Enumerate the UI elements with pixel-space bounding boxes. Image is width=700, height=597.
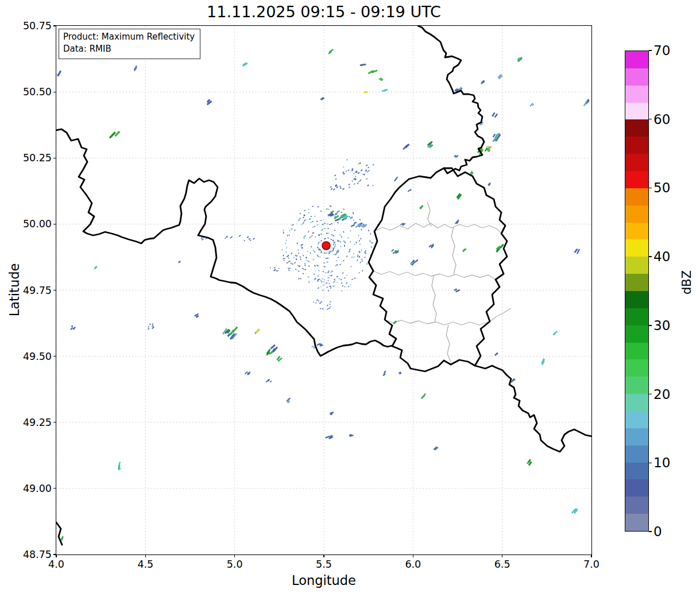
- y-tick-label: 50.25: [11, 152, 52, 164]
- x-tick-mark: [234, 555, 235, 557]
- y-tick-mark: [53, 554, 56, 555]
- colorbar-segment: [625, 308, 648, 325]
- x-axis-title: Longitude: [292, 573, 356, 588]
- colorbar-tick-mark: [649, 463, 652, 463]
- colorbar-tick-mark: [649, 256, 652, 257]
- colorbar-segment: [625, 343, 648, 360]
- colorbar-segment: [625, 325, 648, 343]
- colorbar-segment: [625, 119, 648, 137]
- colorbar-segment: [625, 377, 648, 394]
- x-tick-label: 4.5: [137, 559, 153, 570]
- colorbar-segment: [625, 51, 648, 68]
- colorbar-tick-mark: [649, 188, 652, 188]
- colorbar-segment: [625, 411, 648, 428]
- colorbar-tick-mark: [649, 394, 652, 394]
- x-tick-label: 5.5: [316, 559, 332, 570]
- colorbar-tick-label: 60: [653, 112, 670, 127]
- colorbar-tick-label: 0: [653, 524, 662, 539]
- x-tick-label: 6.5: [494, 559, 511, 570]
- radar-echoes: [56, 49, 589, 541]
- colorbar-title: dBZ: [680, 270, 694, 294]
- x-tick-label: 6.0: [405, 559, 421, 570]
- radar-map-canvas: [56, 26, 591, 555]
- colorbar-segment: [625, 68, 648, 86]
- colorbar-segment: [625, 445, 648, 463]
- colorbar-tick-mark: [649, 325, 652, 325]
- colorbar-segment: [625, 394, 648, 411]
- colorbar-segment: [625, 171, 648, 188]
- y-tick-label: 50.75: [11, 20, 52, 32]
- colorbar-segment: [625, 154, 648, 171]
- colorbar-segment: [625, 223, 648, 240]
- y-tick-mark: [53, 25, 56, 26]
- y-tick-label: 50.00: [11, 218, 52, 230]
- colorbar-tick-mark: [649, 119, 652, 119]
- colorbar-tick-label: 20: [653, 387, 670, 402]
- y-tick-mark: [53, 224, 56, 224]
- colorbar-segment: [625, 463, 648, 480]
- y-tick-label: 49.25: [11, 417, 52, 428]
- colorbar-segment: [625, 239, 648, 257]
- colorbar-tick-label: 70: [653, 43, 670, 58]
- colorbar-segment: [625, 86, 648, 103]
- colorbar-tick-label: 50: [653, 180, 670, 195]
- product-info-line1: Product: Maximum Reflectivity: [63, 31, 195, 43]
- map-plot-area: [56, 25, 592, 555]
- colorbar-tick-label: 10: [653, 455, 670, 470]
- colorbar-segment: [625, 137, 648, 154]
- colorbar-tick-label: 30: [653, 318, 670, 333]
- y-tick-mark: [53, 356, 56, 356]
- radar-figure: 11.11.2025 09:15 - 09:19 UTC Product: Ma…: [0, 0, 700, 597]
- y-tick-mark: [53, 290, 56, 290]
- colorbar-segment: [625, 257, 648, 274]
- colorbar-segment: [625, 103, 648, 120]
- product-info-box: Product: Maximum Reflectivity Data: RMIB: [59, 29, 200, 59]
- x-tick-mark: [591, 555, 591, 557]
- colorbar-segment: [625, 206, 648, 223]
- x-tick-label: 7.0: [583, 559, 600, 570]
- colorbar-segment: [625, 428, 648, 445]
- product-info-line2: Data: RMIB: [63, 43, 195, 55]
- x-tick-label: 5.0: [227, 559, 243, 570]
- colorbar-segment: [625, 188, 648, 206]
- figure-title: 11.11.2025 09:15 - 09:19 UTC: [56, 2, 591, 22]
- colorbar-segment: [625, 514, 648, 531]
- x-tick-mark: [145, 555, 146, 557]
- y-tick-label: 49.50: [11, 351, 52, 362]
- gridlines: [56, 26, 591, 555]
- y-tick-mark: [53, 422, 56, 422]
- x-tick-label: 4.0: [48, 559, 64, 570]
- x-tick-mark: [413, 555, 413, 557]
- colorbar-segment: [625, 497, 648, 514]
- x-tick-mark: [323, 555, 324, 557]
- colorbar-segment: [625, 359, 648, 377]
- colorbar-segment: [625, 274, 648, 291]
- y-tick-mark: [53, 488, 56, 489]
- x-tick-mark: [56, 555, 56, 557]
- y-axis-title: Latitude: [7, 258, 22, 321]
- colorbar-tick-mark: [649, 531, 652, 532]
- radar-site-marker: [322, 242, 330, 250]
- y-tick-label: 50.50: [11, 86, 52, 98]
- y-tick-label: 49.00: [11, 483, 52, 494]
- y-tick-mark: [53, 158, 56, 158]
- colorbar: [625, 51, 649, 532]
- y-tick-label: 48.75: [11, 549, 52, 560]
- colorbar-segment: [625, 291, 648, 308]
- x-tick-mark: [502, 555, 502, 557]
- colorbar-segment: [625, 479, 648, 497]
- colorbar-tick-label: 40: [653, 249, 670, 264]
- region-borders: [373, 202, 511, 362]
- colorbar-tick-mark: [649, 50, 652, 51]
- y-tick-mark: [53, 92, 56, 92]
